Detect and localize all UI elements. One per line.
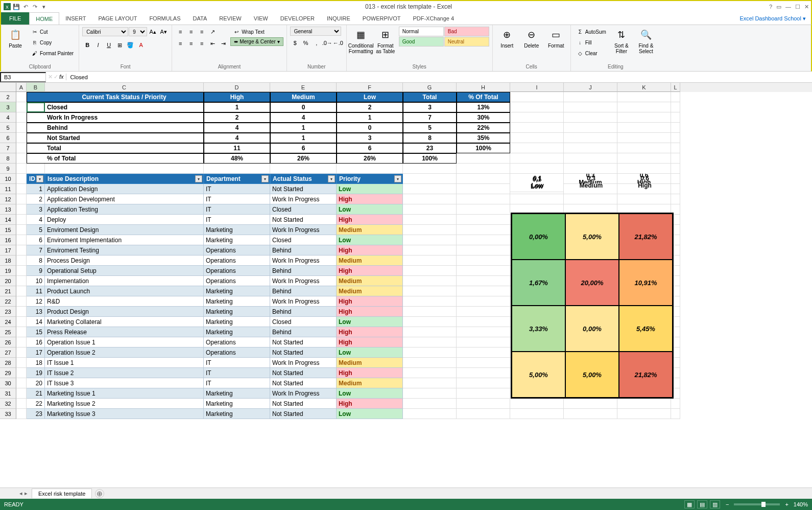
- font-family-select[interactable]: Calibri: [82, 27, 128, 36]
- cell[interactable]: Operations: [204, 256, 270, 266]
- cell[interactable]: R&D: [45, 296, 204, 307]
- cell[interactable]: [617, 164, 671, 174]
- cell[interactable]: Work In Progress: [270, 225, 337, 235]
- row-header[interactable]: 15: [0, 225, 16, 235]
- cell[interactable]: Marketing: [204, 307, 270, 317]
- row-header[interactable]: 29: [0, 368, 16, 378]
- cell[interactable]: [403, 235, 457, 245]
- tab-home[interactable]: HOME: [29, 12, 59, 25]
- cell[interactable]: [671, 133, 680, 143]
- cell[interactable]: 13%: [457, 102, 510, 112]
- cell[interactable]: [510, 164, 564, 174]
- row-header[interactable]: 20: [0, 276, 16, 286]
- cell[interactable]: IT: [204, 358, 270, 368]
- cell[interactable]: [16, 327, 27, 337]
- filter-icon[interactable]: ▼: [36, 175, 43, 182]
- cell[interactable]: [457, 378, 510, 388]
- cell[interactable]: Medium: [337, 358, 403, 368]
- cell[interactable]: [617, 143, 671, 153]
- cell[interactable]: 2: [337, 102, 403, 112]
- autosum-button[interactable]: ΣAutoSum: [574, 27, 608, 37]
- cell[interactable]: [403, 368, 457, 378]
- cell[interactable]: 17: [27, 347, 45, 358]
- cell[interactable]: Not Started: [270, 399, 337, 409]
- matrix-cell[interactable]: 10,91%: [619, 260, 673, 306]
- cell[interactable]: Not Started: [270, 337, 337, 347]
- col-header-b[interactable]: B: [27, 83, 45, 92]
- cell[interactable]: Application Design: [45, 184, 204, 194]
- cell[interactable]: Marketing Issue 1: [45, 388, 204, 399]
- col-header-j[interactable]: J: [564, 83, 617, 92]
- cancel-formula-icon[interactable]: ✕: [48, 74, 53, 80]
- find-select-button[interactable]: 🔍Find & Select: [635, 27, 657, 55]
- tab-powerpivot[interactable]: POWERPIVOT: [356, 12, 407, 25]
- cell[interactable]: Behind: [270, 327, 337, 337]
- select-all-corner[interactable]: [0, 83, 16, 92]
- cell[interactable]: [457, 204, 510, 215]
- increase-font-icon[interactable]: A▴: [148, 27, 158, 37]
- font-color-button[interactable]: A: [136, 40, 146, 50]
- cell[interactable]: [564, 92, 617, 102]
- cell[interactable]: Implementation: [45, 276, 204, 286]
- cell[interactable]: Closed: [45, 102, 204, 112]
- cell[interactable]: 14: [27, 317, 45, 327]
- cell[interactable]: [16, 184, 27, 194]
- cell[interactable]: Marketing Issue 2: [45, 399, 204, 409]
- row-header[interactable]: 7: [0, 143, 16, 153]
- decrease-indent-icon[interactable]: ⇤: [207, 38, 218, 49]
- cell[interactable]: 23: [27, 409, 45, 419]
- cell[interactable]: [564, 112, 617, 123]
- cell[interactable]: 2: [204, 112, 270, 123]
- delete-button[interactable]: ⊖Delete: [520, 27, 543, 50]
- row-header[interactable]: 2: [0, 92, 16, 102]
- cell[interactable]: Closed: [270, 235, 337, 245]
- wrap-text-button[interactable]: ↩Wrap Text: [230, 27, 283, 37]
- cell[interactable]: [564, 409, 617, 419]
- cell[interactable]: [457, 327, 510, 337]
- tab-data[interactable]: DATA: [187, 12, 213, 25]
- sheet-tab[interactable]: Excel risk template: [32, 489, 92, 498]
- cell[interactable]: [403, 256, 457, 266]
- cell[interactable]: Enviroment Implementation: [45, 235, 204, 245]
- cell[interactable]: Closed: [270, 317, 337, 327]
- cell[interactable]: [403, 266, 457, 276]
- col-header-g[interactable]: G: [403, 83, 457, 92]
- cell[interactable]: Low: [337, 235, 403, 245]
- cell[interactable]: Marketing: [204, 327, 270, 337]
- cell[interactable]: IT Issue 2: [45, 368, 204, 378]
- cell[interactable]: Low: [337, 92, 403, 102]
- cell[interactable]: [27, 143, 45, 153]
- cell[interactable]: [27, 112, 45, 123]
- cell[interactable]: [457, 215, 510, 225]
- cell[interactable]: [403, 296, 457, 307]
- cell[interactable]: [27, 133, 45, 143]
- formula-input[interactable]: Closed: [66, 73, 812, 81]
- accounting-icon[interactable]: $: [290, 38, 300, 48]
- cell[interactable]: High: [337, 368, 403, 378]
- underline-button[interactable]: U: [104, 40, 114, 50]
- cell[interactable]: 100%: [457, 143, 510, 153]
- cell[interactable]: [403, 347, 457, 358]
- cell[interactable]: 11: [204, 143, 270, 153]
- tab-page-layout[interactable]: PAGE LAYOUT: [92, 12, 143, 25]
- cell[interactable]: [617, 133, 671, 143]
- cell[interactable]: [457, 358, 510, 368]
- cell[interactable]: 13: [27, 307, 45, 317]
- cell[interactable]: 11: [27, 286, 45, 296]
- cell[interactable]: 16: [27, 337, 45, 347]
- row-header[interactable]: 12: [0, 194, 16, 204]
- cell[interactable]: [403, 388, 457, 399]
- cell[interactable]: Medium: [337, 286, 403, 296]
- cell[interactable]: 4: [270, 112, 337, 123]
- cell[interactable]: 4: [27, 215, 45, 225]
- filter-icon[interactable]: ▼: [394, 175, 401, 182]
- cell[interactable]: Operation Issue 2: [45, 347, 204, 358]
- cell[interactable]: 3: [27, 204, 45, 215]
- cell[interactable]: [27, 164, 45, 174]
- cell[interactable]: [16, 235, 27, 245]
- zoom-out-button[interactable]: −: [726, 501, 729, 507]
- cell[interactable]: Marketing: [204, 286, 270, 296]
- row-header[interactable]: 33: [0, 409, 16, 419]
- orientation-icon[interactable]: ↗: [207, 27, 218, 37]
- format-painter-button[interactable]: 🖌Format Painter: [29, 48, 76, 58]
